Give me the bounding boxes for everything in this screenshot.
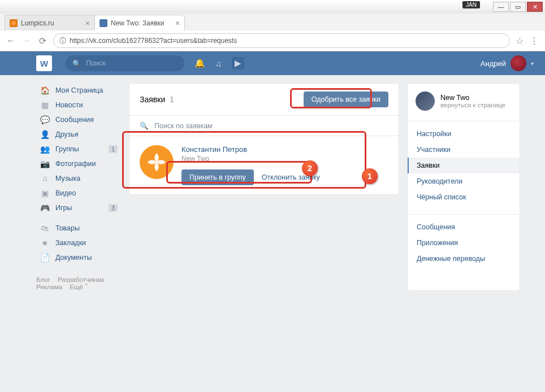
back-to-page-link[interactable]: вернуться к странице [440, 102, 505, 108]
right-menu-item[interactable]: Заявки [408, 158, 520, 173]
accept-button[interactable]: Принять в группу [181, 169, 254, 185]
right-menu-item[interactable]: Руководители [408, 173, 520, 189]
nav-icon: 📄 [40, 253, 50, 262]
chevron-down-icon: ▾ [531, 60, 534, 67]
right-menu-item[interactable]: Участники [408, 142, 520, 158]
nav-icon: 🎮 [40, 203, 50, 212]
tab-title: New Two: Заявки [111, 19, 165, 27]
right-menu-item[interactable]: Денежные переводы [408, 251, 520, 267]
nav-icon: 💬 [40, 115, 50, 124]
left-nav: 🏠Моя Страница▦Новости💬Сообщения👤Друзья👥Г… [36, 83, 121, 291]
avatar[interactable] [140, 145, 174, 179]
nav-item[interactable]: 📄Документы [36, 250, 121, 265]
nav-item[interactable]: ▦Новости [36, 98, 121, 112]
nav-icon: ▦ [40, 101, 50, 110]
nav-count-badge: 3 [109, 204, 118, 212]
nav-icon: 👤 [40, 130, 50, 139]
right-menu-item[interactable]: Настройки [408, 126, 520, 142]
nav-icon: ♫ [40, 174, 50, 183]
tab-title: Lumpics.ru [21, 19, 54, 27]
vk-logo[interactable]: W [36, 55, 52, 71]
nav-item[interactable]: 🏠Моя Страница [36, 83, 121, 98]
browser-tab[interactable]: Lumpics.ru × [5, 15, 95, 31]
requests-search[interactable]: Поиск по заявкам [154, 122, 213, 130]
footer-links: Блог Разработчикам Реклама Ещё ˅ [36, 276, 121, 291]
extension-badge: JAN [462, 1, 480, 8]
right-sidebar: New Two вернуться к странице НастройкиУч… [407, 83, 520, 291]
right-menu-item[interactable]: Сообщения [408, 219, 520, 235]
nav-item[interactable]: 🎮Игры3 [36, 201, 121, 215]
address-bar[interactable]: ⓘ https://vk.com/club162778632?act=users… [53, 33, 510, 48]
nav-icon: 🛍 [40, 224, 50, 233]
notifications-icon[interactable]: 🔔 [194, 58, 205, 68]
group-name[interactable]: New Two [440, 94, 505, 102]
nav-item[interactable]: 🛍Товары [36, 221, 121, 236]
nav-label: Товары [55, 224, 80, 232]
footer-link[interactable]: Реклама [36, 284, 62, 290]
nav-back-icon[interactable]: ← [6, 36, 16, 46]
request-user-sub: New Two [181, 155, 320, 163]
annotation-number: 1 [362, 168, 378, 184]
play-icon[interactable]: ▶ [232, 57, 244, 69]
nav-label: Моя Страница [55, 86, 103, 94]
page-title: Заявки 1 [140, 95, 174, 104]
nav-item[interactable]: 👥Группы1 [36, 142, 121, 156]
search-icon: 🔍 [140, 121, 149, 130]
nav-label: Документы [55, 254, 92, 262]
nav-label: Сообщения [55, 116, 94, 124]
footer-link[interactable]: Ещё ˅ [70, 284, 88, 290]
nav-icon: 🏠 [40, 86, 50, 95]
search-icon: 🔍 [72, 59, 81, 68]
nav-label: Закладки [55, 239, 86, 247]
tab-strip: Lumpics.ru × New Two: Заявки × [0, 14, 545, 31]
requests-count: 1 [170, 95, 174, 104]
url-text: https://vk.com/club162778632?act=users&t… [70, 37, 237, 45]
info-icon: ⓘ [59, 36, 66, 46]
tab-close-icon[interactable]: × [175, 19, 180, 28]
nav-label: Друзья [55, 130, 79, 138]
nav-label: Новости [55, 101, 83, 109]
request-user-name[interactable]: Константин Петров [181, 145, 320, 154]
window-minimize[interactable]: — [493, 2, 509, 12]
approve-all-button[interactable]: Одобрить все заявки [304, 92, 388, 107]
footer-link[interactable]: Разработчикам [58, 276, 104, 283]
nav-item[interactable]: ♫Музыка [36, 171, 121, 186]
group-avatar[interactable] [416, 92, 435, 111]
username: Андрей [481, 59, 506, 68]
nav-label: Игры [55, 204, 72, 212]
nav-label: Группы [55, 145, 79, 153]
nav-icon: ▣ [40, 189, 50, 198]
nav-reload-icon[interactable]: ⟳ [37, 36, 47, 46]
nav-forward-icon[interactable]: → [21, 36, 32, 46]
nav-icon: 📷 [40, 159, 50, 168]
favicon-icon [100, 19, 107, 27]
window-close[interactable]: ✕ [527, 2, 543, 12]
right-menu-item[interactable]: Приложения [408, 235, 520, 251]
annotation-number: 2 [302, 160, 318, 176]
nav-item[interactable]: 📷Фотографии [36, 156, 121, 171]
favicon-icon [10, 19, 18, 27]
footer-link[interactable]: Блог [36, 276, 50, 283]
nav-item[interactable]: ★Закладки [36, 236, 121, 250]
search-input[interactable]: 🔍 Поиск [66, 55, 184, 71]
search-placeholder: Поиск [86, 59, 106, 67]
avatar [511, 55, 526, 71]
nav-icon: 👥 [40, 145, 50, 154]
window-maximize[interactable]: ▭ [510, 2, 526, 12]
nav-label: Фотографии [55, 160, 96, 168]
nav-label: Музыка [55, 175, 80, 182]
browser-tab[interactable]: New Two: Заявки × [94, 15, 185, 31]
nav-item[interactable]: 👤Друзья [36, 127, 121, 142]
request-row: Константин Петров New Two Принять в груп… [129, 136, 399, 194]
nav-item[interactable]: ▣Видео [36, 186, 121, 201]
right-menu-item[interactable]: Чёрный список [408, 189, 520, 205]
tab-close-icon[interactable]: × [85, 19, 90, 28]
nav-count-badge: 1 [109, 145, 118, 153]
user-menu[interactable]: Андрей ▾ [481, 55, 534, 71]
nav-label: Видео [55, 189, 76, 197]
music-icon[interactable]: ♫ [215, 59, 222, 68]
bookmark-star-icon[interactable]: ☆ [516, 36, 524, 46]
nav-item[interactable]: 💬Сообщения [36, 112, 121, 127]
nav-icon: ★ [40, 238, 50, 247]
browser-menu-icon[interactable]: ⋮ [529, 36, 539, 46]
